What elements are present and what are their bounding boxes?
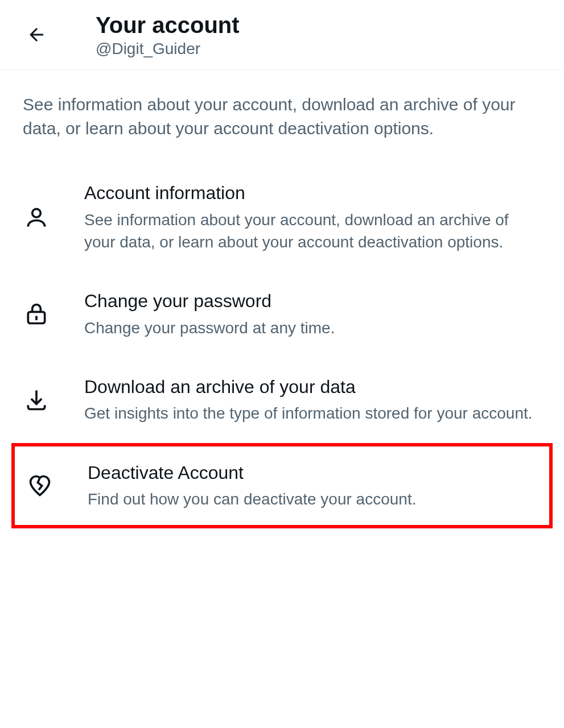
menu-item-subtitle: See information about your account, down… — [84, 209, 541, 253]
user-handle: @Digit_Guider — [96, 40, 240, 58]
menu-item-text: Change your password Change your passwor… — [84, 289, 335, 339]
menu-item-title: Download an archive of your data — [84, 375, 533, 399]
menu-item-title: Account information — [84, 181, 541, 205]
svg-point-0 — [32, 209, 41, 217]
menu-item-title: Deactivate Account — [88, 461, 416, 485]
menu-item-text: Download an archive of your data Get ins… — [84, 375, 533, 425]
menu-item-title: Change your password — [84, 289, 335, 313]
menu-item-account-information[interactable]: Account information See information abou… — [0, 163, 564, 271]
arrow-left-icon — [26, 24, 47, 45]
menu-item-subtitle: Change your password at any time. — [84, 317, 335, 339]
header-text: Your account @Digit_Guider — [96, 11, 240, 58]
page-title: Your account — [96, 11, 240, 39]
heart-broken-icon — [26, 472, 53, 499]
menu-item-subtitle: Get insights into the type of informatio… — [84, 402, 533, 424]
header: Your account @Digit_Guider — [0, 0, 564, 70]
back-button[interactable] — [23, 21, 50, 48]
lock-icon — [23, 300, 50, 328]
menu-item-download-archive[interactable]: Download an archive of your data Get ins… — [0, 357, 564, 443]
person-icon — [23, 204, 50, 231]
page-description: See information about your account, down… — [0, 70, 564, 163]
menu-item-text: Deactivate Account Find out how you can … — [88, 461, 416, 511]
menu-item-change-password[interactable]: Change your password Change your passwor… — [0, 271, 564, 357]
menu-item-subtitle: Find out how you can deactivate your acc… — [88, 488, 416, 510]
menu-item-text: Account information See information abou… — [84, 181, 541, 253]
menu-list: Account information See information abou… — [0, 163, 564, 528]
download-icon — [23, 386, 50, 413]
menu-item-deactivate-account[interactable]: Deactivate Account Find out how you can … — [11, 443, 553, 529]
